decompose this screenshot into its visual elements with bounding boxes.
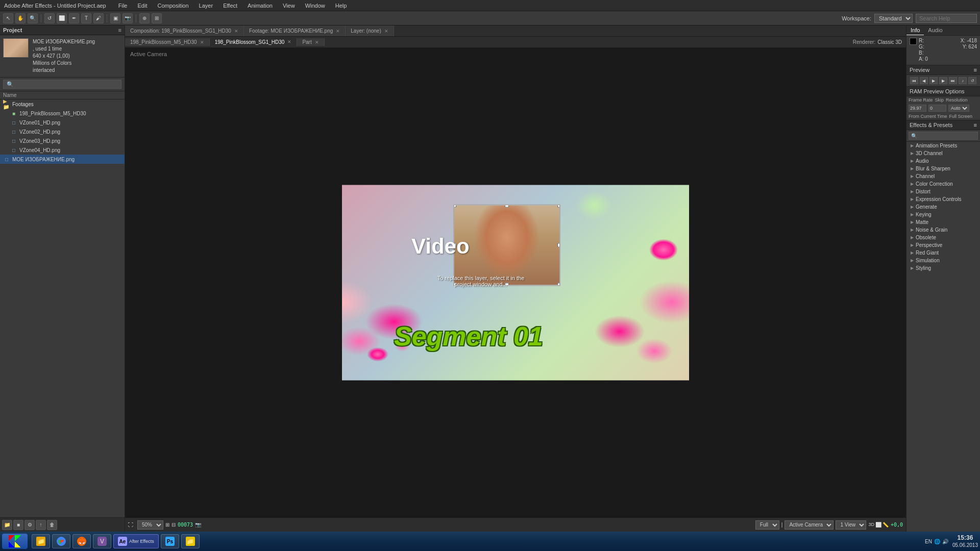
- tool-puppet[interactable]: ⊞: [152, 13, 162, 23]
- new-comp-btn[interactable]: ■: [13, 520, 23, 530]
- taskbar-folder2[interactable]: 📁: [181, 534, 200, 548]
- new-folder-btn[interactable]: 📁: [2, 520, 12, 530]
- preview-loop-btn[interactable]: ↺: [968, 77, 976, 84]
- transform-handle-tr[interactable]: [557, 205, 560, 208]
- subtab-part[interactable]: Part ✕: [297, 38, 324, 46]
- ctrl-ruler-icon[interactable]: 📏: [883, 522, 889, 528]
- effect-cat-color[interactable]: ▶ Color Correction: [906, 180, 980, 188]
- menu-layer[interactable]: Layer: [197, 2, 215, 10]
- ctrl-expand[interactable]: ⛶: [128, 522, 133, 528]
- ram-preview-options[interactable]: RAM Preview Options: [906, 86, 980, 96]
- effect-cat-noise[interactable]: ▶ Noise & Grain: [906, 226, 980, 234]
- menu-file[interactable]: File: [116, 2, 130, 10]
- menu-animation[interactable]: Animation: [246, 2, 275, 10]
- subtab-m5[interactable]: 198_PinkBlossom_M5_HD30 ✕: [125, 38, 210, 46]
- subtab-part-close[interactable]: ✕: [315, 40, 319, 45]
- taskbar-viber[interactable]: V: [93, 534, 111, 548]
- project-item-vzone2[interactable]: □ VZone02_HD.png: [0, 127, 125, 136]
- effects-menu[interactable]: ≡: [974, 122, 977, 128]
- effect-cat-generate[interactable]: ▶ Generate: [906, 203, 980, 211]
- preview-audio-btn[interactable]: ♪: [959, 77, 967, 84]
- tool-rotate[interactable]: ↺: [44, 13, 55, 23]
- project-search-input[interactable]: [3, 80, 121, 89]
- ctrl-safe-icon[interactable]: ⬜: [875, 522, 881, 528]
- effect-cat-perspective[interactable]: ▶ Perspective: [906, 241, 980, 249]
- tool-pen[interactable]: ✒: [69, 13, 79, 23]
- resolution-dropdown[interactable]: Auto: [948, 105, 969, 112]
- taskbar-photoshop[interactable]: Ps: [161, 534, 179, 548]
- taskbar-chrome[interactable]: [52, 534, 70, 548]
- effect-cat-keying[interactable]: ▶ Keying: [906, 211, 980, 218]
- tab-layer-close[interactable]: ✕: [384, 29, 388, 34]
- project-item-vzone4[interactable]: □ VZone04_HD.png: [0, 145, 125, 155]
- effect-cat-obsolete[interactable]: ▶ Obsolete: [906, 234, 980, 241]
- transform-handle-mr[interactable]: [557, 243, 560, 247]
- menu-window[interactable]: Window: [303, 2, 327, 10]
- effect-cat-simulation[interactable]: ▶ Simulation: [906, 257, 980, 264]
- tab-layer[interactable]: Layer: (none) ✕: [346, 26, 394, 36]
- tool-brush[interactable]: 🖌: [93, 13, 104, 23]
- tool-camera[interactable]: 📷: [122, 13, 133, 23]
- project-panel-menu[interactable]: ≡: [118, 27, 121, 33]
- tool-hand[interactable]: ✋: [15, 13, 26, 23]
- tool-zoom[interactable]: 🔍: [28, 13, 38, 23]
- import-btn[interactable]: ↑: [36, 520, 46, 530]
- transform-handle-tc[interactable]: [505, 205, 509, 208]
- project-item-vzone1[interactable]: □ VZone01_HD.png: [0, 118, 125, 127]
- preview-next-btn[interactable]: ▶: [939, 77, 947, 84]
- views-dropdown[interactable]: 1 View: [836, 520, 866, 530]
- effect-cat-blur[interactable]: ▶ Blur & Sharpen: [906, 165, 980, 172]
- tool-anchor[interactable]: ⊕: [139, 13, 150, 23]
- project-item-image-selected[interactable]: □ МОЕ ИЗОБРАЖЕНИЕ.png: [0, 155, 125, 164]
- subtab-sg1-close[interactable]: ✕: [287, 39, 291, 44]
- tool-select[interactable]: ↖: [3, 13, 13, 23]
- effect-cat-distort[interactable]: ▶ Distort: [906, 188, 980, 195]
- preview-last-btn[interactable]: ⏭: [949, 77, 957, 84]
- menu-edit[interactable]: Edit: [135, 2, 149, 10]
- taskbar-explorer[interactable]: 📁: [32, 534, 50, 548]
- ctrl-grid[interactable]: ⊟: [172, 522, 176, 528]
- camera-dropdown[interactable]: Active Camera: [785, 520, 834, 530]
- tab-footage[interactable]: Footage: МОЕ ИЗОБРАЖЕНИЕ.png ✕: [244, 26, 346, 36]
- subtab-sg1[interactable]: 198_PinkBlossom_SG1_HD30 ✕: [210, 38, 298, 46]
- effect-cat-matte[interactable]: ▶ Matte: [906, 218, 980, 226]
- menu-effect[interactable]: Effect: [221, 2, 239, 10]
- composition-viewport[interactable]: Active Camera: [125, 48, 906, 517]
- preview-play-btn[interactable]: ▶: [929, 77, 938, 84]
- delete-btn[interactable]: 🗑: [47, 520, 57, 530]
- subtab-m5-close[interactable]: ✕: [200, 40, 204, 45]
- effect-cat-expression[interactable]: ▶ Expression Controls: [906, 195, 980, 203]
- tab-comp-close[interactable]: ✕: [234, 29, 238, 34]
- effect-cat-audio[interactable]: ▶ Audio: [906, 157, 980, 165]
- tab-info[interactable]: Info: [906, 26, 924, 35]
- project-item-footages[interactable]: ▶ 📁 Footages: [0, 99, 125, 109]
- taskbar-firefox[interactable]: 🦊: [72, 534, 91, 548]
- framerate-input[interactable]: [909, 105, 926, 112]
- ctrl-camera-icon[interactable]: 📷: [195, 522, 201, 528]
- menu-help[interactable]: Help: [333, 2, 349, 10]
- zoom-dropdown[interactable]: 50%: [137, 520, 163, 530]
- tab-composition[interactable]: Composition: 198_PinkBlossom_SG1_HD30 ✕: [125, 26, 244, 36]
- transform-handle-tl[interactable]: [453, 205, 456, 208]
- skip-input[interactable]: [928, 105, 946, 112]
- search-help-input[interactable]: [916, 14, 977, 23]
- menu-view[interactable]: View: [281, 2, 297, 10]
- ctrl-snap[interactable]: ⊞: [165, 522, 169, 528]
- effect-cat-channel[interactable]: ▶ Channel: [906, 172, 980, 180]
- tab-footage-close[interactable]: ✕: [336, 29, 340, 34]
- start-button[interactable]: [2, 534, 28, 549]
- tool-text[interactable]: T: [81, 13, 91, 23]
- tab-audio[interactable]: Audio: [924, 26, 946, 35]
- project-item-comp1[interactable]: ■ 198_PinkBlossom_M5_HD30: [0, 109, 125, 118]
- project-settings-btn[interactable]: ⚙: [24, 520, 35, 530]
- menu-composition[interactable]: Composition: [155, 2, 190, 10]
- preview-first-btn[interactable]: ⏮: [910, 77, 918, 84]
- effect-cat-animation[interactable]: ▶ Animation Presets: [906, 142, 980, 149]
- tool-shape[interactable]: ▣: [110, 13, 120, 23]
- project-item-vzone3[interactable]: □ VZone03_HD.png: [0, 136, 125, 145]
- effects-search-input[interactable]: [909, 132, 978, 140]
- quality-dropdown[interactable]: Full: [755, 520, 779, 530]
- preview-prev-btn[interactable]: ◀: [920, 77, 928, 84]
- effect-cat-3dchannel[interactable]: ▶ 3D Channel: [906, 149, 980, 157]
- effect-cat-redgiant[interactable]: ▶ Red Giant: [906, 249, 980, 257]
